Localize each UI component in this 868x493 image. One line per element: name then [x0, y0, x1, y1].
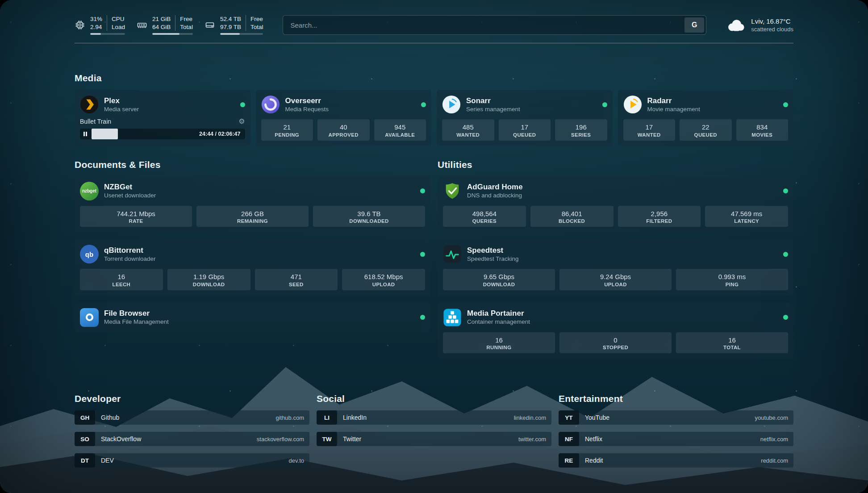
stat-label: UPLOAD [344, 282, 423, 287]
radarr-icon [623, 95, 642, 114]
stat-value: 498,564 [445, 209, 524, 218]
bookmark-stackoverflow[interactable]: SO StackOverflow stackoverflow.com [75, 432, 309, 446]
cloud-icon [726, 17, 746, 33]
status-dot [421, 102, 426, 107]
stat-label: REMAINING [198, 218, 307, 224]
stat-value: 2,956 [620, 209, 699, 218]
service-name: Speedtest [467, 246, 519, 255]
card-overseerr: Overseerr Media Requests 21 PENDING 40 A… [256, 90, 432, 146]
bookmark-netflix[interactable]: NF Netflix netflix.com [559, 432, 793, 446]
speedtest-icon [443, 245, 462, 263]
filebrowser-icon [80, 308, 99, 327]
stat-block: 16 RUNNING [443, 332, 555, 354]
bookmark-abbr: TW [317, 432, 337, 446]
service-name: Plex [104, 96, 139, 105]
status-dot [420, 315, 425, 320]
bookmark-name: Github [101, 414, 119, 421]
bookmarks-entertainment: Entertainment YT YouTube youtube.com NF … [559, 393, 793, 475]
stat-value: 17 [625, 123, 674, 132]
stat-label: RUNNING [445, 345, 553, 350]
portainer-service-link[interactable]: Media Portainer Container management [443, 308, 788, 327]
plex-service-link[interactable]: Plex Media server [80, 95, 245, 114]
now-playing-title: Bullet Train [80, 118, 111, 125]
disk-total: 97.9 TB [220, 23, 241, 31]
service-name: qBittorrent [104, 246, 156, 255]
stat-label: WANTED [625, 132, 674, 138]
stat-block: 2,956 FILTERED [618, 206, 701, 227]
filebrowser-service-link[interactable]: File Browser Media File Management [80, 308, 425, 327]
card-nzbget: nzbget NZBGet Usenet downloader 744.21 M… [75, 176, 430, 233]
stat-block: 744.21 Mbps RATE [80, 206, 192, 227]
stat-label: APPROVED [319, 132, 368, 138]
search-input[interactable] [289, 21, 684, 29]
service-description: Container management [467, 318, 530, 326]
adguard-service-link[interactable]: AdGuard Home DNS and adblocking [443, 182, 788, 201]
stat-block: 47.569 ms LATENCY [705, 206, 788, 227]
stat-label: TOTAL [678, 345, 786, 350]
stat-value: 744.21 Mbps [82, 209, 190, 218]
sonarr-service-link[interactable]: Sonarr Series management [442, 95, 607, 114]
stat-label: FILTERED [620, 218, 699, 224]
card-sonarr: Sonarr Series management 485 WANTED 17 Q… [437, 90, 613, 146]
stat-label: DOWNLOAD [445, 282, 553, 287]
cpu-widget: 31% 2.94 CPU Load [75, 15, 125, 35]
stat-label: QUERIES [445, 218, 524, 224]
qbittorrent-icon-label: qb [85, 251, 93, 258]
bookmark-dev[interactable]: DT DEV dev.to [75, 453, 309, 468]
nzbget-icon: nzbget [80, 182, 99, 201]
service-description: Series management [466, 106, 520, 113]
overseerr-service-link[interactable]: Overseerr Media Requests [261, 95, 426, 114]
cpu-icon [75, 20, 85, 30]
stat-value: 0.993 ms [678, 272, 786, 281]
stat-label: MOVIES [738, 132, 787, 138]
stat-label: QUEUED [501, 132, 549, 138]
top-bar: 31% 2.94 CPU Load [75, 15, 793, 35]
status-dot [783, 252, 788, 257]
service-description: Speedtest Tracking [467, 255, 519, 263]
bookmark-github[interactable]: GH Github github.com [75, 410, 309, 425]
stat-value: 1.19 Gbps [169, 272, 249, 281]
overseerr-icon [261, 95, 280, 114]
bookmarks-developer: Developer GH Github github.com SO StackO… [75, 393, 309, 475]
radarr-service-link[interactable]: Radarr Movie management [623, 95, 789, 114]
section-title-media: Media [75, 73, 793, 84]
card-qbittorrent: qb qBittorrent Torrent downloader 16 LEE… [75, 239, 430, 296]
gear-icon[interactable]: ⚙ [238, 118, 245, 125]
bookmark-twitter[interactable]: TW Twitter twitter.com [317, 432, 551, 446]
memory-total: 64 GiB [152, 23, 171, 31]
status-dot [783, 102, 788, 107]
stat-block: 1.19 Gbps DOWNLOAD [167, 269, 250, 290]
service-description: Media File Management [104, 318, 169, 326]
stat-block: 21 PENDING [261, 119, 313, 141]
bookmark-linkedin[interactable]: LI LinkedIn linkedin.com [317, 410, 551, 425]
pause-icon[interactable] [83, 129, 87, 139]
stats-row: 9.65 Gbps DOWNLOAD 9.24 Gbps UPLOAD 0.99… [443, 269, 788, 290]
card-adguard: AdGuard Home DNS and adblocking 498,564 … [438, 176, 793, 233]
bookmark-name: Reddit [585, 457, 603, 464]
bookmark-reddit[interactable]: RE Reddit reddit.com [559, 453, 793, 468]
memory-progress-bar [152, 33, 193, 35]
cpu-label-bottom: Load [112, 23, 125, 31]
nzbget-service-link[interactable]: nzbget NZBGet Usenet downloader [80, 182, 425, 201]
stat-label: SEED [257, 282, 336, 287]
speedtest-service-link[interactable]: Speedtest Speedtest Tracking [443, 245, 788, 263]
stat-value: 9.65 Gbps [445, 272, 553, 281]
section-title-documents: Documents & Files [75, 159, 430, 170]
playback-time: 24:44 / 02:06:47 [199, 129, 240, 139]
memory-progress-fill [152, 33, 179, 35]
section-utilities: Utilities AdGuard [438, 159, 793, 366]
cpu-progress-bar [90, 33, 125, 35]
bookmarks-social: Social LI LinkedIn linkedin.com TW Twitt… [317, 393, 551, 475]
portainer-icon [443, 308, 462, 327]
service-description: Usenet downloader [104, 192, 156, 200]
memory-free: 21 GiB [152, 15, 171, 23]
sonarr-icon [442, 95, 461, 114]
bookmark-youtube[interactable]: YT YouTube youtube.com [559, 410, 793, 425]
stat-label: STOPPED [561, 345, 670, 350]
stat-value: 16 [678, 336, 786, 345]
service-name: NZBGet [104, 182, 156, 192]
bookmark-name: DEV [101, 457, 114, 464]
adguard-icon [443, 182, 462, 201]
search-provider-button[interactable]: G [684, 17, 704, 33]
qbittorrent-service-link[interactable]: qb qBittorrent Torrent downloader [80, 245, 425, 263]
